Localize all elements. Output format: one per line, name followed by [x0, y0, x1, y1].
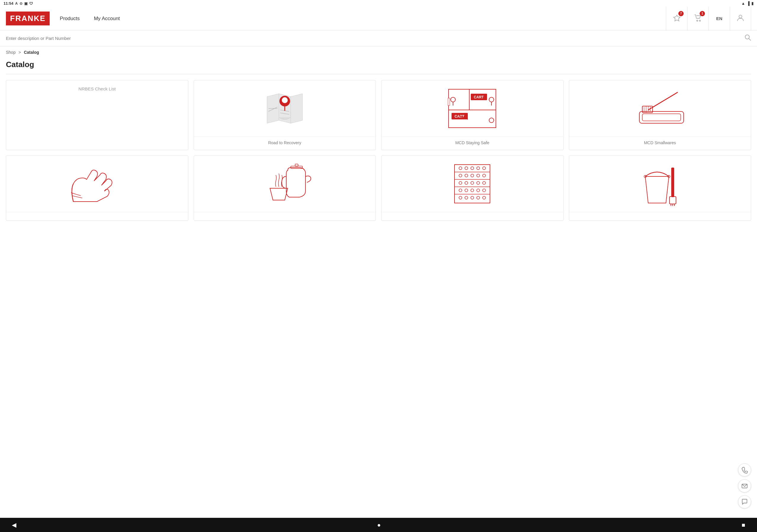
language-label: EN	[716, 16, 722, 21]
svg-point-59	[483, 182, 486, 185]
card-label: Road to Recovery	[194, 136, 376, 150]
svg-point-25	[489, 118, 494, 123]
svg-point-47	[471, 167, 474, 170]
svg-point-51	[465, 174, 468, 177]
card-image-cart-layout: CART CART	[381, 80, 563, 136]
svg-point-65	[459, 196, 462, 199]
svg-point-2	[699, 20, 701, 21]
svg-rect-40	[454, 164, 490, 203]
card-label	[381, 212, 563, 221]
shield-icon: 🛡	[29, 1, 33, 6]
svg-point-48	[477, 167, 480, 170]
catalog-card-coffee-service[interactable]	[194, 156, 376, 221]
wishlist-button[interactable]: 7	[666, 7, 687, 30]
svg-rect-28	[642, 114, 681, 121]
breadcrumb-separator: >	[19, 50, 21, 55]
card-label	[6, 212, 188, 221]
sim-icon: ▣	[24, 1, 27, 6]
status-bar: 11:54 A ⊙ ▣ 🛡 ▲ ▐ ▮	[0, 0, 757, 7]
wishlist-badge: 7	[678, 11, 684, 16]
svg-rect-27	[639, 111, 684, 123]
status-left: 11:54 A ⊙ ▣ 🛡	[4, 1, 33, 6]
svg-point-69	[483, 196, 486, 199]
svg-point-68	[477, 196, 480, 199]
catalog-card-road-to-recovery[interactable]: Road to Recovery	[194, 80, 376, 150]
nav-products[interactable]: Products	[59, 16, 81, 21]
card-text-label: NRBES Check List	[78, 86, 116, 91]
svg-rect-73	[670, 196, 676, 204]
signal-icon: ▐	[747, 1, 750, 6]
header: FRANKE Products My Account 7 1	[0, 7, 757, 30]
cart-button[interactable]: 1	[687, 7, 709, 30]
card-image-cabinet	[381, 156, 563, 212]
svg-point-57	[471, 182, 474, 185]
card-label	[194, 212, 376, 221]
account-button[interactable]	[730, 7, 751, 30]
catalog-card-mcd-smallwares[interactable]: MCD Smallwares	[569, 80, 751, 150]
svg-point-45	[459, 167, 462, 170]
svg-point-24	[489, 97, 494, 102]
card-label: MCD Staying Safe	[381, 136, 563, 150]
svg-text:CART: CART	[474, 95, 484, 99]
header-actions: 7 1 EN	[666, 7, 751, 30]
svg-point-54	[483, 174, 486, 177]
catalog-card-hand-hygiene[interactable]	[6, 156, 188, 221]
svg-point-1	[697, 20, 698, 21]
catalog-card-storage-unit[interactable]	[381, 156, 563, 221]
language-button[interactable]: EN	[709, 7, 730, 30]
svg-marker-0	[674, 15, 680, 21]
svg-point-49	[483, 167, 486, 170]
wifi-icon: ▲	[741, 1, 745, 6]
card-image-glove-hand	[6, 156, 188, 212]
card-label: MCD Smallwares	[569, 136, 751, 150]
svg-rect-72	[671, 167, 674, 197]
location-icon: ⊙	[19, 1, 22, 6]
svg-point-46	[465, 167, 468, 170]
battery-icon: ▮	[751, 1, 753, 6]
svg-point-61	[465, 189, 468, 192]
svg-point-67	[471, 196, 474, 199]
svg-point-4	[745, 35, 749, 39]
main-nav: Products My Account	[59, 16, 666, 21]
catalog-card-nrbes-check-list[interactable]: NRBES Check List	[6, 80, 188, 150]
search-bar	[0, 30, 757, 46]
svg-point-56	[465, 182, 468, 185]
svg-point-50	[459, 174, 462, 177]
breadcrumb-current: Catalog	[24, 50, 39, 55]
svg-point-60	[459, 189, 462, 192]
svg-point-52	[471, 174, 474, 177]
logo[interactable]: FRANKE	[6, 12, 50, 25]
svg-point-55	[459, 182, 462, 185]
svg-point-58	[477, 182, 480, 185]
breadcrumb-shop[interactable]: Shop	[6, 50, 16, 55]
catalog-grid: NRBES Check List Road	[0, 80, 757, 227]
svg-rect-26	[448, 98, 450, 105]
catalog-card-cleaning-bucket[interactable]	[569, 156, 751, 221]
svg-point-66	[465, 196, 468, 199]
search-input[interactable]	[6, 36, 744, 41]
search-icon[interactable]	[744, 34, 751, 42]
svg-text:CART: CART	[455, 114, 465, 119]
notification-icon: A	[15, 1, 18, 6]
svg-point-14	[282, 97, 288, 103]
svg-point-62	[471, 189, 474, 192]
card-image-coffee-pot	[194, 156, 376, 212]
status-right: ▲ ▐ ▮	[741, 1, 753, 6]
card-text-area: NRBES Check List	[6, 80, 188, 97]
card-image-map	[194, 80, 376, 136]
svg-point-3	[739, 15, 742, 18]
svg-point-64	[483, 189, 486, 192]
card-label	[569, 212, 751, 221]
nav-my-account[interactable]: My Account	[93, 16, 121, 21]
status-time: 11:54	[4, 1, 13, 6]
svg-point-63	[477, 189, 480, 192]
card-image-spatula-tray	[569, 80, 751, 136]
svg-line-5	[749, 39, 751, 41]
cart-badge: 1	[700, 11, 705, 16]
card-image-bucket-brush	[569, 156, 751, 212]
svg-point-23	[451, 97, 455, 102]
catalog-card-mcd-staying-safe[interactable]: CART CART MCD Staying Safe	[381, 80, 563, 150]
svg-line-35	[72, 196, 82, 198]
svg-point-53	[477, 174, 480, 177]
divider	[6, 74, 751, 74]
